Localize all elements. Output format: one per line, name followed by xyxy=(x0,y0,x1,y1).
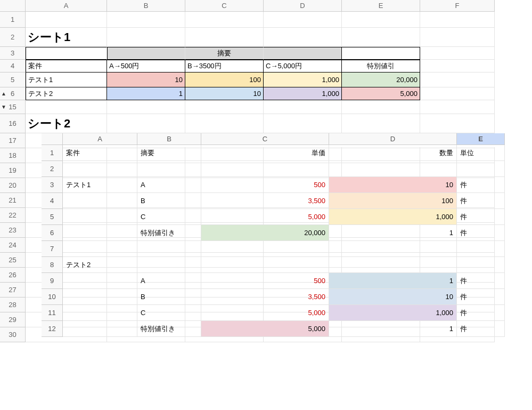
inner-row-header-12[interactable]: 12 xyxy=(42,321,63,337)
sheet1-r4-D[interactable]: C→5,000円 xyxy=(264,60,342,73)
inner-row-header-6[interactable]: 6 xyxy=(42,225,63,241)
spreadsheet[interactable]: ABCDEF 12345▲6▼1516171819202122232425262… xyxy=(0,0,532,410)
inner-cell-11-A[interactable] xyxy=(63,305,137,321)
sheet1-r4-A[interactable]: 案件 xyxy=(26,60,107,73)
row-header-16[interactable]: 16 xyxy=(0,114,26,133)
cell[interactable] xyxy=(264,100,342,114)
cell[interactable] xyxy=(342,47,420,60)
cell[interactable] xyxy=(26,47,107,60)
cell[interactable] xyxy=(264,12,342,28)
inner-cell-11-C[interactable]: 5,000 xyxy=(201,305,329,321)
cell[interactable] xyxy=(342,114,420,133)
inner-cell-3-D[interactable]: 10 xyxy=(329,177,457,193)
inner-cell-12-E[interactable]: 件 xyxy=(457,321,505,337)
inner-row-header-7[interactable]: 7 xyxy=(42,241,63,257)
sheet1-r6-C[interactable]: 10 xyxy=(185,87,264,100)
inner-row-header-1[interactable]: 1 xyxy=(42,145,63,161)
inner-cell-12-C[interactable]: 5,000 xyxy=(201,321,329,337)
inner-cell-8-C[interactable] xyxy=(201,257,329,273)
select-all-corner[interactable] xyxy=(0,0,26,12)
cell[interactable] xyxy=(342,12,420,28)
cell[interactable] xyxy=(420,73,495,87)
inner-cell-10-D[interactable]: 10 xyxy=(329,289,457,305)
cell[interactable] xyxy=(107,47,185,60)
inner-cell-12-A[interactable] xyxy=(63,321,137,337)
inner-col-header-D[interactable]: D xyxy=(329,133,457,145)
inner-cell-11-D[interactable]: 1,000 xyxy=(329,305,457,321)
cell[interactable] xyxy=(264,28,342,47)
cell[interactable] xyxy=(185,114,264,133)
inner-cell-6-A[interactable] xyxy=(63,225,137,241)
cell[interactable] xyxy=(185,28,264,47)
inner-cell-10-C[interactable]: 3,500 xyxy=(201,289,329,305)
cell[interactable] xyxy=(420,47,495,60)
cell[interactable] xyxy=(26,12,107,28)
inner-grid[interactable]: 案件摘要単価数量単位テスト1A50010件B3,500100件C5,0001,0… xyxy=(63,145,505,337)
inner-col-header-B[interactable]: B xyxy=(137,133,201,145)
inner-cell-3-A[interactable]: テスト1 xyxy=(63,177,137,193)
inner-cell-10-A[interactable] xyxy=(63,289,137,305)
inner-cell-5-D[interactable]: 1,000 xyxy=(329,209,457,225)
inner-row-header-11[interactable]: 11 xyxy=(42,305,63,321)
sheet1-r4-C[interactable]: B→3500円 xyxy=(185,60,264,73)
row-header-18[interactable]: 18 xyxy=(0,148,26,163)
inner-cell-2-C[interactable] xyxy=(201,161,329,177)
inner-cell-7-E[interactable] xyxy=(457,241,505,257)
col-header-C[interactable]: C xyxy=(185,0,264,12)
inner-cell-7-A[interactable] xyxy=(63,241,137,257)
inner-cell-5-C[interactable]: 5,000 xyxy=(201,209,329,225)
row-header-15[interactable]: ▼15 xyxy=(0,100,26,114)
inner-cell-9-B[interactable]: A xyxy=(137,273,201,289)
cell[interactable] xyxy=(420,12,495,28)
sheet1-r5-C[interactable]: 100 xyxy=(185,73,264,87)
inner-cell-10-E[interactable]: 件 xyxy=(457,289,505,305)
row-header-4[interactable]: 4 xyxy=(0,60,26,73)
inner-cell-4-D[interactable]: 100 xyxy=(329,193,457,209)
inner-col-header-A[interactable]: A xyxy=(63,133,137,145)
inner-cell-7-C[interactable] xyxy=(201,241,329,257)
row-header-23[interactable]: 23 xyxy=(0,223,26,238)
sheet1-r6-A[interactable]: テスト2 xyxy=(26,87,107,100)
inner-cell-6-E[interactable]: 件 xyxy=(457,225,505,241)
col-header-F[interactable]: F xyxy=(420,0,495,12)
inner-cell-7-D[interactable] xyxy=(329,241,457,257)
row-header-26[interactable]: 26 xyxy=(0,268,26,283)
inner-cell-4-B[interactable]: B xyxy=(137,193,201,209)
inner-cell-6-C[interactable]: 20,000 xyxy=(201,225,329,241)
inner-cell-11-E[interactable]: 件 xyxy=(457,305,505,321)
inner-cell-1-A[interactable]: 案件 xyxy=(63,145,137,161)
inner-cell-2-E[interactable] xyxy=(457,161,505,177)
inner-cell-4-E[interactable]: 件 xyxy=(457,193,505,209)
inner-cell-1-E[interactable]: 単位 xyxy=(457,145,505,161)
row-header-21[interactable]: 21 xyxy=(0,193,26,208)
inner-col-header-C[interactable]: C xyxy=(201,133,329,145)
inner-cell-5-A[interactable] xyxy=(63,209,137,225)
row-header-27[interactable]: 27 xyxy=(0,283,26,298)
inner-cell-8-E[interactable] xyxy=(457,257,505,273)
col-header-E[interactable]: E xyxy=(342,0,420,12)
row-header-1[interactable]: 1 xyxy=(0,12,26,28)
inner-cell-12-D[interactable]: 1 xyxy=(329,321,457,337)
inner-row-header-2[interactable]: 2 xyxy=(42,161,63,177)
cell[interactable] xyxy=(342,28,420,47)
sheet1-title[interactable]: シート1 xyxy=(26,28,107,47)
cell[interactable] xyxy=(185,100,264,114)
inner-cell-1-C[interactable]: 単価 xyxy=(201,145,329,161)
cell[interactable] xyxy=(420,28,495,47)
inner-cell-1-B[interactable]: 摘要 xyxy=(137,145,201,161)
row-header-20[interactable]: 20 xyxy=(0,178,26,193)
inner-cell-9-C[interactable]: 500 xyxy=(201,273,329,289)
inner-cell-9-A[interactable] xyxy=(63,273,137,289)
inner-row-header-4[interactable]: 4 xyxy=(42,193,63,209)
inner-cell-2-B[interactable] xyxy=(137,161,201,177)
inner-cell-6-B[interactable]: 特別値引き xyxy=(137,225,201,241)
cell[interactable] xyxy=(420,60,495,73)
sheet2-title[interactable]: シート2 xyxy=(26,114,107,133)
inner-col-header-E[interactable]: E xyxy=(457,133,505,145)
sheet1-r5-A[interactable]: テスト1 xyxy=(26,73,107,87)
inner-select-all-corner[interactable] xyxy=(42,133,63,145)
inner-cell-11-B[interactable]: C xyxy=(137,305,201,321)
inner-row-header-5[interactable]: 5 xyxy=(42,209,63,225)
sheet1-r5-B[interactable]: 10 xyxy=(107,73,185,87)
cell[interactable] xyxy=(264,47,342,60)
